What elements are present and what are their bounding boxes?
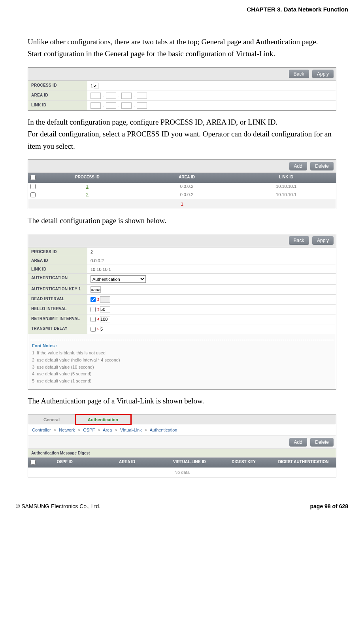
tab-general[interactable]: General — [28, 415, 75, 424]
panel-basic-config: Back Apply PROCESS ID 1 AREA ID . . . LI… — [28, 67, 336, 111]
link-id-oct2[interactable] — [106, 102, 116, 109]
footnote-4: 4. use default value (5 second) — [32, 371, 332, 378]
tabs: General Authentication — [28, 415, 336, 424]
row-checkbox[interactable] — [30, 184, 36, 189]
footer-page: page 98 of 628 — [310, 503, 349, 509]
table-header: OSPF ID AREA ID VIRTUAL-LINK ID DIGEST K… — [28, 458, 336, 468]
process-id-select[interactable] — [94, 83, 98, 89]
label-process-id: PROCESS ID — [28, 81, 87, 91]
table-row: 1 0.0.0.2 10.10.10.1 — [28, 183, 336, 191]
label-authentication: AUTHENTICATION — [28, 274, 87, 284]
label-link-id: LINK ID — [28, 265, 87, 273]
col-vlink-id: VIRTUAL-LINK ID — [162, 460, 217, 466]
col-digest-auth: DIGEST AUTHENTICATION — [271, 460, 336, 466]
breadcrumb: Controller > Network > OSPF > Area > Vir… — [28, 424, 336, 436]
panel-list: Add Delete PROCESS ID AREA ID LINK ID 1 … — [28, 159, 336, 209]
crumb-network[interactable]: Network — [59, 428, 75, 432]
val-link-id: 10.10.10.1 — [87, 265, 336, 273]
cell-link: 10.10.10.1 — [236, 184, 336, 190]
col-process-id: PROCESS ID — [38, 175, 137, 181]
paragraph-1: Unlike other configurations, there are t… — [28, 36, 336, 60]
table-row: 2 0.0.0.2 10.10.10.1 — [28, 191, 336, 199]
table-header: PROCESS ID AREA ID LINK ID — [28, 173, 336, 183]
hello-checkbox[interactable] — [91, 307, 96, 312]
transmit-input[interactable] — [100, 326, 110, 332]
label-auth-key: AUTHENTICATION KEY 1 — [28, 285, 87, 294]
footer-copyright: © SAMSUNG Electronics Co., Ltd. — [16, 503, 100, 509]
retransmit-input[interactable] — [100, 316, 110, 322]
p2-line2: For detail configuration, select a PROCE… — [28, 130, 332, 150]
page-header: CHAPTER 3. Data Network Function — [0, 0, 364, 16]
col-area-id: AREA ID — [92, 460, 162, 466]
page-footer: © SAMSUNG Electronics Co., Ltd. page 98 … — [0, 499, 364, 517]
crumb-controller[interactable]: Controller — [32, 428, 51, 432]
crumb-area[interactable]: Area — [103, 428, 112, 432]
area-id-oct2[interactable] — [106, 93, 116, 99]
retransmit-checkbox[interactable] — [91, 317, 96, 322]
link-id-oct3[interactable] — [121, 102, 132, 109]
link-id-oct4[interactable] — [137, 102, 147, 109]
label-area-id: AREA ID — [28, 256, 87, 265]
footnote-1: 1. If the value is blank, this is not us… — [32, 350, 332, 357]
label-hello: HELLO INTERVAL — [28, 305, 87, 314]
pid-link[interactable]: 2 — [86, 192, 89, 197]
pager[interactable]: 1 — [28, 199, 336, 209]
row-checkbox[interactable] — [30, 192, 36, 197]
label-dead: DEAD INTERVAL — [28, 295, 87, 304]
button-row: Back Apply — [28, 234, 336, 247]
add-button[interactable]: Add — [289, 162, 307, 170]
auth-select[interactable]: Authentication — [91, 275, 146, 283]
footnote-2: 2. use default value (hello interval * 4… — [32, 357, 332, 364]
no-data: No data — [28, 468, 336, 477]
tab-authentication[interactable]: Authentication — [75, 415, 131, 424]
apply-button[interactable]: Apply — [312, 70, 334, 78]
col-ospf-id: OSPF ID — [38, 460, 92, 466]
val-process-id: 2 — [87, 248, 336, 256]
footnotes: 1. If the value is blank, this is not us… — [28, 350, 336, 389]
p1-line2: Start configuration in the General page … — [28, 49, 275, 58]
val-area-id: 0.0.0.2 — [87, 256, 336, 265]
crumb-virtual-link[interactable]: Virtual-Link — [120, 428, 142, 432]
transmit-checkbox[interactable] — [91, 327, 96, 332]
panel-detail: Back Apply PROCESS ID 2 AREA ID 0.0.0.2 … — [28, 234, 336, 390]
panel-auth: General Authentication Controller > Netw… — [28, 415, 336, 477]
col-link-id: LINK ID — [236, 175, 336, 181]
area-id-oct1[interactable] — [91, 93, 101, 99]
button-row: Add Delete — [28, 160, 336, 173]
col-area-id: AREA ID — [137, 175, 237, 181]
process-id-value: 1 — [91, 83, 93, 88]
paragraph-2: In the default configuration page, confi… — [28, 116, 336, 152]
footnote-3: 3. use default value (10 second) — [32, 364, 332, 371]
auth-key-input[interactable] — [91, 286, 101, 293]
button-row: Add Delete — [28, 436, 336, 449]
label-process-id: PROCESS ID — [28, 248, 87, 256]
content-body: Unlike other configurations, there are t… — [0, 16, 364, 487]
footnotes-title: Foot Notes : — [28, 343, 336, 350]
hello-input[interactable] — [100, 306, 110, 312]
crumb-authentication: Authentication — [150, 428, 177, 432]
delete-button[interactable]: Delete — [310, 438, 334, 447]
paragraph-3: The detail configuration page is shown b… — [28, 215, 336, 227]
add-button[interactable]: Add — [289, 438, 307, 447]
p2-line1: In the default configuration page, confi… — [28, 118, 277, 126]
apply-button[interactable]: Apply — [312, 236, 334, 245]
dead-checkbox[interactable] — [91, 297, 96, 302]
cell-area: 0.0.0.2 — [137, 184, 237, 190]
back-button[interactable]: Back — [289, 236, 309, 245]
paragraph-4: The Authentication page of a Virtual-Lin… — [28, 395, 336, 407]
header-checkbox[interactable] — [30, 175, 36, 180]
area-id-oct4[interactable] — [137, 93, 147, 99]
header-checkbox[interactable] — [30, 460, 36, 465]
delete-button[interactable]: Delete — [310, 162, 334, 170]
label-link-id: LINK ID — [28, 101, 87, 110]
cell-area: 0.0.0.2 — [137, 192, 237, 198]
col-digest-key: DIGEST KEY — [217, 460, 271, 466]
dead-input — [100, 296, 110, 303]
button-row: Back Apply — [28, 68, 336, 81]
back-button[interactable]: Back — [289, 70, 309, 78]
pid-link[interactable]: 1 — [86, 184, 89, 189]
area-id-oct3[interactable] — [121, 93, 132, 99]
footnote-5: 5. use default value (1 second) — [32, 378, 332, 385]
link-id-oct1[interactable] — [91, 102, 101, 109]
crumb-ospf[interactable]: OSPF — [83, 428, 95, 432]
